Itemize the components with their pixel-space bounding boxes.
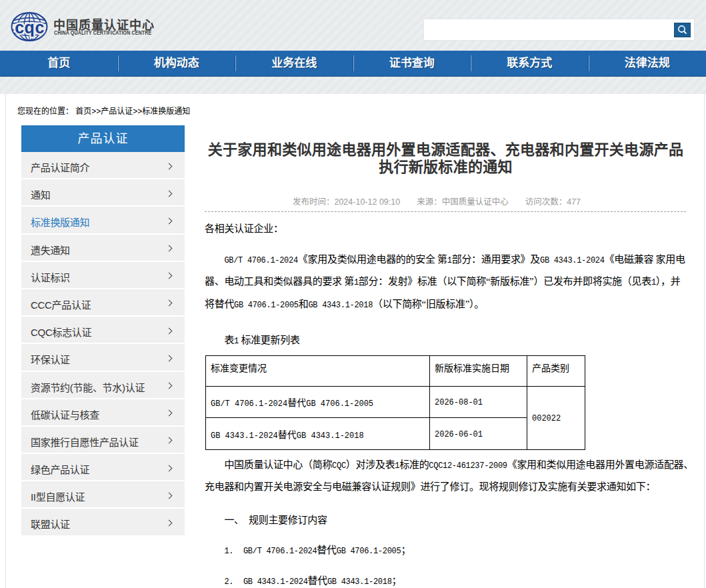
svg-text:cqc: cqc bbox=[15, 18, 45, 37]
